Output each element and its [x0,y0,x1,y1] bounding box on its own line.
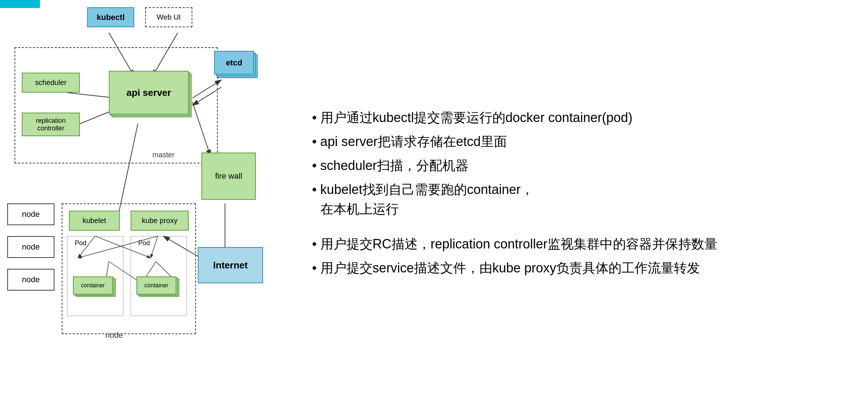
firewall-box: fire wall [201,153,256,200]
kube-proxy-box: kube proxy [131,211,189,231]
pod-label-1: Pod [75,239,86,247]
bullet-group-2: • 用户提交RC描述，replication controller监视集群中的容… [312,234,853,282]
bullet-4: • kubelet找到自己需要跑的container，在本机上运行 [312,180,853,219]
kubelet-box: kubelet [69,211,120,231]
diagram-section: kubectl Web UI master scheduler replicat… [0,0,298,401]
bullet-5: • 用户提交RC描述，replication controller监视集群中的容… [312,234,853,254]
internet-box: Internet [198,247,263,283]
bullet-6: • 用户提交service描述文件，由kube proxy负责具体的工作流量转发 [312,258,853,278]
pod-area-2: Pod container [131,236,187,316]
node-box-2: node [7,236,54,258]
bullet-2: • api server把请求存储在etcd里面 [312,132,853,151]
bullet-1: • 用户通过kubectl提交需要运行的docker container(pod… [312,108,853,127]
top-bar [0,0,40,8]
master-label: master [152,151,175,159]
right-section: • 用户通过kubectl提交需要运行的docker container(pod… [298,0,868,401]
scheduler-box: scheduler [22,73,80,93]
pod-area-1: Pod container [67,236,123,316]
pod-label-2: Pod [138,239,150,247]
kubectl-box: kubectl [87,7,134,27]
node-box-1: node [7,203,54,225]
bullet-group-1: • 用户通过kubectl提交需要运行的docker container(pod… [312,108,853,223]
node-bottom-label: node [105,331,123,340]
node-box-3: node [7,269,54,291]
replication-controller-box: replication controller [22,113,80,136]
webui-box: Web UI [145,7,192,27]
bullet-3: • scheduler扫描，分配机器 [312,156,853,175]
